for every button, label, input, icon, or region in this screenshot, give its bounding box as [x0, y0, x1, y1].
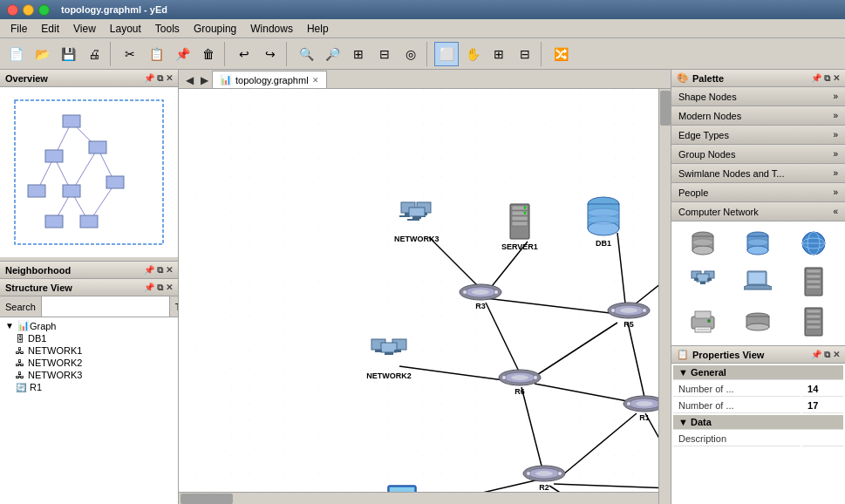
- palette-group-nodes-collapse[interactable]: »: [833, 149, 838, 159]
- palette-people-collapse[interactable]: »: [833, 187, 838, 197]
- palette-item-db-blue[interactable]: [733, 227, 785, 260]
- tree-item-r1[interactable]: 🔄 R1: [12, 381, 176, 393]
- tree-root[interactable]: ▼ 📊 Graph: [2, 319, 176, 332]
- menu-windows[interactable]: Windows: [243, 21, 300, 37]
- palette-edge-types-header[interactable]: Edge Types »: [671, 126, 845, 145]
- overview-header: Overview 📌 ⧉ ✕: [0, 70, 178, 87]
- open-button[interactable]: 📂: [30, 42, 54, 66]
- palette-item-server-rack[interactable]: [787, 263, 840, 300]
- menu-grouping[interactable]: Grouping: [187, 21, 243, 37]
- zoom-out-button[interactable]: 🔎: [320, 42, 344, 66]
- menu-file[interactable]: File: [3, 21, 34, 37]
- palette-computer-network-header[interactable]: Computer Network «: [671, 202, 845, 221]
- tab-label: topology.graphml: [235, 75, 309, 85]
- tree-item-db1[interactable]: 🗄 DB1: [12, 332, 176, 344]
- node-db1[interactable]: DB1: [584, 195, 623, 248]
- undo-button[interactable]: ↩: [232, 42, 256, 66]
- select-button[interactable]: ⬜: [434, 42, 459, 66]
- props-general-collapse[interactable]: ▼: [678, 367, 688, 378]
- overview-close-icon[interactable]: ✕: [166, 73, 173, 84]
- grid-button[interactable]: ⊞: [487, 42, 511, 66]
- palette-group-nodes-header[interactable]: Group Nodes »: [671, 145, 845, 164]
- svg-point-58: [588, 215, 619, 224]
- node-r5[interactable]: R5: [606, 301, 651, 329]
- node-r6[interactable]: R6: [497, 368, 542, 396]
- canvas-scrollbar-right[interactable]: [658, 89, 671, 504]
- tab-prev[interactable]: ◀: [182, 72, 197, 88]
- delete-button[interactable]: 🗑: [196, 42, 221, 66]
- palette-swimlane-header[interactable]: Swimlane Nodes and T... »: [671, 164, 845, 183]
- print-button[interactable]: 🖨: [82, 42, 106, 66]
- fit-button[interactable]: ⊞: [346, 42, 371, 66]
- copy-button[interactable]: 📋: [144, 42, 168, 66]
- menu-view[interactable]: View: [66, 21, 103, 37]
- properties-pin-icon[interactable]: 📌: [811, 350, 821, 360]
- svg-point-99: [535, 471, 553, 476]
- palette-modern-nodes-header[interactable]: Modern Nodes »: [671, 106, 845, 126]
- node-server1[interactable]: SERVER1: [501, 202, 538, 251]
- svg-point-85: [534, 376, 538, 380]
- menu-edit[interactable]: Edit: [34, 21, 66, 37]
- menu-layout[interactable]: Layout: [103, 21, 148, 37]
- palette-modern-nodes-collapse[interactable]: »: [833, 111, 838, 120]
- structure-close-icon[interactable]: ✕: [166, 283, 173, 293]
- layout-button[interactable]: 🔀: [549, 42, 573, 66]
- redo-button[interactable]: ↪: [258, 42, 283, 66]
- structure-float-icon[interactable]: ⧉: [157, 283, 163, 293]
- palette-item-network[interactable]: [677, 263, 729, 300]
- palette-item-printer[interactable]: [677, 303, 729, 340]
- canvas-area[interactable]: NETWORK3 SERVER1: [179, 89, 671, 504]
- tab-topology[interactable]: 📊 topology.graphml ✕: [212, 71, 327, 88]
- zoom-in-button[interactable]: 🔍: [294, 42, 318, 66]
- menu-tools[interactable]: Tools: [148, 21, 187, 37]
- palette-item-db-gray[interactable]: [677, 227, 729, 260]
- palette-item-storage[interactable]: [733, 303, 785, 340]
- node-r3[interactable]: R3: [458, 283, 503, 310]
- tree-item-network3[interactable]: 🖧 NETWORK3: [12, 369, 176, 381]
- properties-scroll[interactable]: ▼ General Number of ... 14 Number of ...…: [671, 364, 845, 504]
- zoom-actual-button[interactable]: ⊟: [372, 42, 397, 66]
- structure-pin-icon[interactable]: 📌: [144, 283, 154, 293]
- palette-shape-nodes-collapse[interactable]: »: [833, 92, 838, 101]
- tree-item-network2[interactable]: 🖧 NETWORK2: [12, 357, 176, 369]
- palette-swimlane-collapse[interactable]: »: [833, 168, 838, 178]
- cut-button[interactable]: ✂: [118, 42, 142, 66]
- palette-edge-types-collapse[interactable]: »: [833, 130, 838, 140]
- canvas-scrollbar-bottom[interactable]: [179, 492, 658, 504]
- tab-close-icon[interactable]: ✕: [312, 76, 319, 85]
- tree-item-icon-network1: 🖧: [16, 346, 24, 356]
- neighborhood-close-icon[interactable]: ✕: [166, 265, 173, 276]
- palette-item-rack2[interactable]: [787, 303, 840, 340]
- properties-float-icon[interactable]: ⧉: [824, 350, 830, 360]
- zoom-custom-button[interactable]: ◎: [399, 42, 423, 66]
- close-button[interactable]: [7, 4, 18, 16]
- overview-pin-icon[interactable]: 📌: [144, 73, 154, 84]
- tab-next[interactable]: ▶: [197, 72, 212, 88]
- palette-shape-nodes-header[interactable]: Shape Nodes »: [671, 87, 845, 106]
- move-button[interactable]: ✋: [460, 42, 485, 66]
- paste-button[interactable]: 📌: [170, 42, 194, 66]
- node-network2[interactable]: NETWORK2: [366, 337, 412, 380]
- palette-item-globe[interactable]: [787, 227, 840, 260]
- maximize-button[interactable]: [38, 4, 50, 16]
- save-button[interactable]: 💾: [56, 42, 80, 66]
- search-input[interactable]: [42, 296, 169, 317]
- node-network3[interactable]: NETWORK3: [394, 201, 440, 243]
- minimize-button[interactable]: [23, 4, 34, 16]
- properties-close-icon[interactable]: ✕: [833, 350, 840, 360]
- overview-float-icon[interactable]: ⧉: [157, 73, 163, 84]
- palette-pin-icon[interactable]: 📌: [811, 73, 821, 84]
- tree-item-network1[interactable]: 🖧 NETWORK1: [12, 344, 176, 357]
- neighborhood-pin-icon[interactable]: 📌: [144, 265, 154, 276]
- palette-computer-network-collapse[interactable]: «: [833, 207, 838, 216]
- snap-button[interactable]: ⊟: [513, 42, 537, 66]
- new-button[interactable]: 📄: [3, 42, 28, 66]
- node-r2[interactable]: R2: [521, 464, 567, 492]
- palette-people-header[interactable]: People »: [671, 183, 845, 202]
- menu-help[interactable]: Help: [300, 21, 336, 37]
- palette-item-laptop[interactable]: [733, 263, 785, 300]
- neighborhood-float-icon[interactable]: ⧉: [157, 265, 163, 276]
- props-data-collapse[interactable]: ▼: [678, 417, 688, 427]
- palette-float-icon[interactable]: ⧉: [824, 73, 830, 84]
- palette-close-icon[interactable]: ✕: [833, 73, 840, 84]
